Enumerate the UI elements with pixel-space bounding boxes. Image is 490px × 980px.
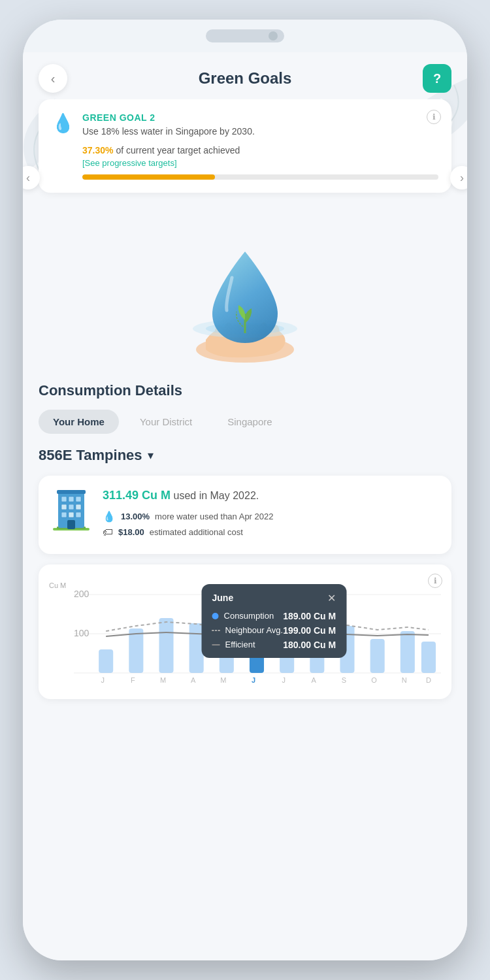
stats-info: 311.49 Cu M used in May 2022. 💧 13.00% m…: [103, 487, 440, 542]
svg-text:100: 100: [74, 628, 90, 638]
progress-bar-background: [82, 174, 438, 180]
location-name: 856E Tampines: [39, 447, 142, 464]
chart-container: ℹ June ✕ Consumption 189.00 Cu M: [39, 564, 451, 699]
tooltip-row-neighbour: Neighbour Avg. 199.00 Cu M: [212, 625, 336, 636]
location-row[interactable]: 856E Tampines ▾: [39, 447, 451, 464]
svg-text:M: M: [220, 676, 226, 684]
chart-tooltip: June ✕ Consumption 189.00 Cu M Neig: [202, 584, 347, 658]
back-icon: ‹: [51, 71, 56, 86]
progressive-targets-link[interactable]: [See progressive targets]: [82, 158, 438, 168]
tag-icon: 🏷: [103, 527, 113, 538]
svg-rect-10: [61, 504, 67, 510]
svg-rect-15: [76, 512, 81, 517]
water-drop-illustration: [173, 212, 317, 369]
chevron-left-icon: ‹: [26, 171, 30, 185]
nav-arrow-right-button[interactable]: ›: [450, 166, 467, 189]
svg-rect-32: [400, 631, 415, 673]
svg-rect-8: [69, 497, 74, 502]
svg-text:J: J: [282, 676, 286, 684]
phone-notch-area: [23, 20, 467, 52]
tabs-row: Your Home Your District Singapore: [39, 410, 451, 434]
question-icon: ?: [433, 71, 441, 86]
svg-text:A: A: [312, 676, 317, 684]
consumption-highlight: 311.49 Cu M: [103, 489, 171, 502]
svg-rect-16: [67, 520, 75, 529]
y-axis-label: Cu M: [49, 581, 66, 589]
help-button[interactable]: ?: [423, 64, 451, 93]
svg-text:N: N: [402, 676, 407, 684]
tooltip-row-efficient: Efficient 180.00 Cu M: [212, 640, 336, 650]
svg-rect-13: [61, 512, 67, 517]
goal-description: Use 18% less water in Singapore by 2030.: [82, 125, 438, 139]
stats-main: 311.49 Cu M used in May 2022.: [103, 487, 440, 504]
tooltip-neighbour-value: 199.00 Cu M: [283, 625, 336, 636]
svg-rect-9: [76, 497, 81, 502]
goal-progress-text: 37.30% of current year target achieved: [82, 145, 438, 155]
building-icon: [50, 487, 92, 529]
consumption-text: used in May 2022.: [174, 490, 259, 501]
tooltip-consumption-label: Consumption: [212, 611, 274, 621]
efficient-dot: [212, 644, 220, 645]
goal-content: GREEN GOAL 2 Use 18% less water in Singa…: [82, 112, 438, 180]
progress-bar-fill: [82, 174, 215, 180]
tooltip-month: June: [212, 593, 234, 603]
screen: ‹ Green Goals ? ‹ › ℹ: [23, 52, 467, 960]
tooltip-row-consumption: Consumption 189.00 Cu M: [212, 611, 336, 621]
svg-rect-33: [421, 642, 436, 673]
svg-rect-23: [129, 629, 143, 673]
stat-row-cost: 🏷 $18.00 estimated additional cost: [103, 527, 440, 538]
svg-rect-31: [370, 639, 385, 673]
nav-arrow-left-button[interactable]: ‹: [23, 166, 40, 189]
tooltip-consumption-value: 189.00 Cu M: [283, 611, 336, 621]
svg-text:S: S: [342, 676, 346, 684]
goal-progress-label: of current year target achieved: [116, 145, 240, 155]
svg-rect-12: [76, 504, 81, 510]
stat-row-pct: 💧 13.00% more water used than Apr 2022: [103, 510, 440, 523]
svg-rect-22: [99, 649, 113, 673]
content-area[interactable]: ‹ › ℹ 💧 GREEN GOAL 2 Use 18% less water …: [23, 99, 467, 960]
svg-rect-6: [57, 490, 86, 494]
neighbour-dot: [212, 630, 220, 631]
stat-cost-value: $18.00: [118, 527, 144, 537]
stats-card: 311.49 Cu M used in May 2022. 💧 13.00% m…: [39, 476, 451, 554]
svg-text:200: 200: [74, 589, 90, 599]
svg-text:M: M: [160, 676, 166, 684]
tab-singapore[interactable]: Singapore: [213, 410, 286, 434]
svg-rect-7: [61, 497, 67, 502]
svg-rect-11: [69, 504, 74, 510]
tooltip-close-button[interactable]: ✕: [327, 592, 336, 604]
goal-percentage: 37.30%: [82, 145, 113, 155]
tooltip-header: June ✕: [212, 592, 336, 604]
header: ‹ Green Goals ?: [23, 52, 467, 99]
svg-text:D: D: [426, 676, 431, 684]
tooltip-efficient-value: 180.00 Cu M: [283, 640, 336, 650]
illustration-area: [39, 199, 451, 382]
svg-rect-14: [69, 512, 74, 517]
back-button[interactable]: ‹: [39, 64, 67, 93]
svg-text:A: A: [191, 676, 196, 684]
chevron-down-icon: ▾: [148, 448, 154, 463]
svg-text:J: J: [252, 676, 255, 684]
phone-notch: [206, 29, 284, 42]
tooltip-efficient-label: Efficient: [212, 640, 255, 649]
stat-pct-label: more water used than Apr 2022: [155, 512, 273, 521]
stat-percentage: 13.00%: [121, 512, 150, 521]
water-icon-small: 💧: [103, 510, 116, 523]
tab-your-district[interactable]: Your District: [125, 410, 206, 434]
phone-frame: ‹ Green Goals ? ‹ › ℹ: [23, 20, 467, 960]
goal-info-icon[interactable]: ℹ: [427, 110, 441, 124]
chevron-right-icon: ›: [460, 171, 464, 185]
goal-card: ℹ 💧 GREEN GOAL 2 Use 18% less water in S…: [39, 99, 451, 193]
svg-text:F: F: [131, 676, 135, 684]
page-title: Green Goals: [199, 69, 292, 88]
section-title: Consumption Details: [39, 382, 451, 399]
water-drop-icon: 💧: [52, 112, 74, 134]
svg-text:O: O: [371, 676, 377, 684]
tooltip-neighbour-label: Neighbour Avg.: [212, 625, 284, 635]
svg-text:J: J: [101, 676, 105, 684]
consumption-dot: [212, 613, 219, 619]
stat-cost-label: estimated additional cost: [150, 527, 243, 537]
goal-header: 💧 GREEN GOAL 2 Use 18% less water in Sin…: [52, 112, 438, 180]
goal-title: GREEN GOAL 2: [82, 112, 438, 123]
tab-your-home[interactable]: Your Home: [39, 410, 119, 434]
